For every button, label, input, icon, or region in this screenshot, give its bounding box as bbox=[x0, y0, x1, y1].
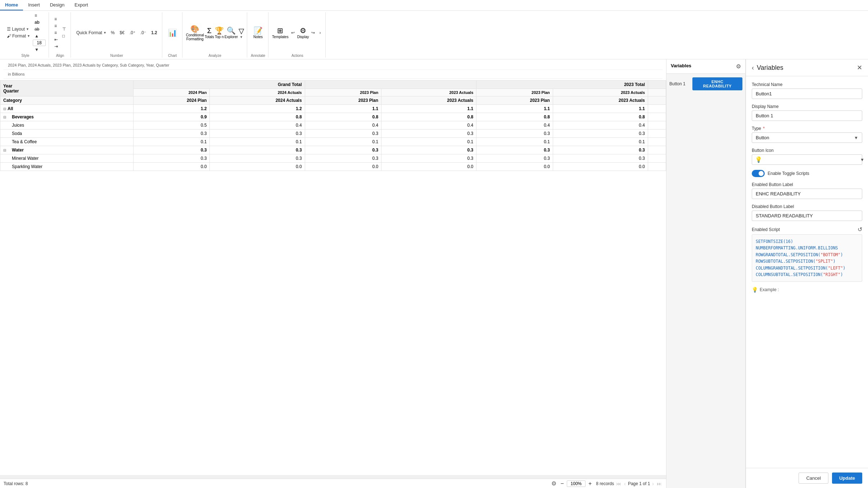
last-page-button[interactable]: ⏭ bbox=[656, 481, 663, 487]
tab-design[interactable]: Design bbox=[45, 0, 69, 10]
toggle-slider bbox=[752, 170, 765, 177]
variables-side-header: Variables ⚙ bbox=[666, 59, 745, 74]
first-page-button[interactable]: ⏮ bbox=[615, 481, 622, 487]
explorer-button[interactable]: 🔍 Explorer bbox=[225, 26, 238, 39]
cell-6-5: 0.3 bbox=[553, 154, 648, 163]
cell-6-3: 0.3 bbox=[381, 154, 476, 163]
subh-extra bbox=[648, 96, 666, 105]
category-subheader-row: Category 2024 Plan 2024 Actuals 2023 Pla… bbox=[0, 96, 666, 105]
ribbon-group-align: ≡ ≡ ≡ ⇤ ⇥ ⊤ □ Align bbox=[50, 12, 71, 58]
technical-name-input[interactable] bbox=[752, 89, 862, 99]
tab-home[interactable]: Home bbox=[0, 0, 23, 10]
font-size-input[interactable]: 18 bbox=[33, 40, 46, 46]
cell-2-1: 0.4 bbox=[210, 121, 305, 130]
enabled-btn-label-input[interactable] bbox=[752, 189, 862, 199]
report-area: 2024 Plan, 2024 Actuals, 2023 Plan, 2023… bbox=[0, 59, 666, 488]
subh-2023plan-2: 2023 Plan bbox=[476, 96, 553, 105]
quick-format-button[interactable]: Quick Format ▼ bbox=[74, 30, 108, 36]
indent-left-icon: ⇤ bbox=[54, 37, 58, 42]
decimal-plus-button[interactable]: .0⁺ bbox=[128, 30, 137, 36]
percent-button[interactable]: % bbox=[109, 30, 117, 36]
padding-button[interactable]: □ bbox=[60, 33, 68, 39]
next-page-button[interactable]: › bbox=[651, 481, 655, 487]
filter-button[interactable]: ▽ ▼ bbox=[239, 27, 244, 39]
cell-6-4: 0.3 bbox=[476, 154, 553, 163]
cancel-button[interactable]: Cancel bbox=[799, 473, 828, 484]
redo-button[interactable]: ↪ bbox=[309, 30, 317, 36]
table-container[interactable]: Year Quarter Grand Total 2023 Total 2024… bbox=[0, 80, 666, 475]
cell-3-5: 0.3 bbox=[553, 130, 648, 138]
cell-1-0: 0.9 bbox=[133, 113, 210, 121]
panel-footer: Cancel Update bbox=[746, 468, 868, 488]
row-label-4: Tea & Coffee bbox=[0, 138, 134, 146]
subh-2024plan: 2024 Plan bbox=[133, 96, 210, 105]
templates-button[interactable]: ⊞ Templates bbox=[272, 26, 289, 39]
report-subtitle2: in Billions bbox=[4, 70, 663, 79]
variables-gear-button[interactable]: ⚙ bbox=[736, 63, 741, 70]
text-strikethrough-button[interactable]: ab bbox=[33, 26, 46, 32]
ribbon-content: ☰ Layout ▼ 🖌 Format ▼ ≡ ab ab bbox=[0, 11, 868, 59]
align-right-button[interactable]: ≡ bbox=[53, 30, 60, 36]
zoom-out-button[interactable]: − bbox=[559, 480, 565, 487]
update-button[interactable]: Update bbox=[832, 473, 862, 484]
zoom-in-button[interactable]: + bbox=[587, 480, 593, 487]
indent-left-button[interactable]: ⇤ bbox=[53, 36, 60, 43]
right-panel-back-button[interactable]: ‹ bbox=[752, 64, 754, 72]
settings-gear-button[interactable]: ⚙ bbox=[551, 480, 556, 487]
display-button[interactable]: ⚙ Display bbox=[297, 26, 309, 39]
notes-button[interactable]: 📝 Notes bbox=[253, 26, 263, 39]
layout-icon: ☰ bbox=[7, 27, 11, 32]
templates-icon: ⊞ bbox=[277, 26, 283, 35]
disabled-btn-label-input[interactable] bbox=[752, 211, 862, 221]
layout-button[interactable]: ☰ Layout ▼ bbox=[5, 26, 32, 32]
horizontal-scroll[interactable] bbox=[0, 475, 666, 479]
expand-icon[interactable]: ⊟ bbox=[3, 107, 6, 111]
right-panel-header: ‹ Variables ✕ bbox=[746, 59, 868, 76]
expand-icon[interactable]: ⊟ bbox=[3, 148, 6, 152]
format-button[interactable]: 🖌 Format ▼ bbox=[5, 33, 32, 39]
type-label: Type * bbox=[752, 126, 862, 131]
button-icon-wrap[interactable]: 💡 ▼ bbox=[752, 154, 862, 165]
cell-2-3: 0.4 bbox=[381, 121, 476, 130]
tab-insert[interactable]: Insert bbox=[23, 0, 45, 10]
expand-icon[interactable]: ⊟ bbox=[3, 115, 6, 119]
cell-4-0: 0.1 bbox=[133, 138, 210, 146]
font-up-button[interactable]: ▲ bbox=[33, 33, 46, 39]
chart-button[interactable]: 📊 bbox=[166, 27, 179, 39]
top-n-button[interactable]: 🏆 Top n bbox=[215, 26, 224, 39]
category-header: Category bbox=[0, 96, 134, 105]
align-top-button[interactable]: ⊤ bbox=[60, 26, 68, 32]
ribbon-group-chart: 📊 Chart bbox=[163, 12, 182, 58]
align-center-button[interactable]: ≡ bbox=[53, 23, 60, 29]
number-format-button[interactable]: 1.2 bbox=[149, 30, 159, 36]
script-area[interactable]: SETFONTSIZE(16) NUMBERFORMATTING.UNIFORM… bbox=[752, 234, 862, 282]
display-name-input[interactable] bbox=[752, 110, 862, 121]
cell-7-5: 0.0 bbox=[553, 163, 648, 171]
toggle-scripts-toggle[interactable] bbox=[752, 170, 765, 177]
cell-4-5: 0.1 bbox=[553, 138, 648, 146]
zoom-input[interactable]: 100% bbox=[567, 480, 586, 487]
indent-right-button[interactable]: ⇥ bbox=[53, 43, 60, 50]
total-rows-label: Total rows: 8 bbox=[4, 481, 28, 486]
script-refresh-button[interactable]: ↺ bbox=[858, 226, 862, 233]
toggle-scripts-row: Enable Toggle Scripts bbox=[752, 170, 862, 177]
align-right-icon: ≡ bbox=[54, 30, 57, 35]
align-left-button[interactable]: ≡ bbox=[53, 16, 60, 22]
decimal-minus-button[interactable]: .0⁻ bbox=[139, 30, 148, 36]
undo-button[interactable]: ↩ bbox=[289, 30, 297, 36]
enhc-readability-button[interactable]: ENHC READABILITY bbox=[692, 77, 742, 90]
prev-page-button[interactable]: ‹ bbox=[623, 481, 627, 487]
right-panel-close-button[interactable]: ✕ bbox=[857, 64, 862, 72]
conditional-formatting-button[interactable]: 🎨 Conditional Formatting bbox=[186, 24, 204, 41]
dollar-button[interactable]: $€ bbox=[118, 30, 126, 36]
ribbon-group-annotate: 📝 Notes Annotate bbox=[248, 12, 268, 58]
type-select[interactable]: Button Text Number Date bbox=[752, 133, 862, 143]
row-label-2: Juices bbox=[0, 121, 134, 130]
text-bold-button[interactable]: ab bbox=[33, 19, 46, 26]
indent-right-icon: ⇥ bbox=[54, 44, 58, 49]
more-button[interactable]: › bbox=[317, 30, 322, 36]
tab-export[interactable]: Export bbox=[69, 0, 93, 10]
text-wrap-button[interactable]: ≡ bbox=[33, 12, 46, 19]
totals-button[interactable]: Σ Totals bbox=[205, 27, 214, 39]
font-down-button[interactable]: ▼ bbox=[33, 46, 46, 53]
